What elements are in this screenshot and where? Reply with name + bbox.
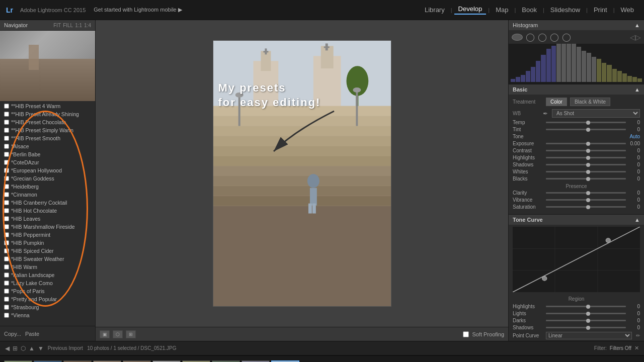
preset-checkbox-3[interactable] [4, 128, 9, 133]
preset-checkbox-0[interactable] [4, 104, 9, 109]
whites-slider[interactable] [546, 171, 626, 172]
preset-item-17[interactable]: *HIB Pumpkin [0, 239, 95, 247]
exposure-slider[interactable] [546, 143, 626, 144]
preset-checkbox-16[interactable] [4, 232, 9, 237]
auto-button[interactable]: Auto [629, 134, 640, 139]
preset-checkbox-15[interactable] [4, 224, 9, 229]
tone-curve-header[interactable]: Tone Curve ▲ [509, 215, 644, 225]
nav-slideshow[interactable]: Slideshow [546, 6, 584, 14]
preset-item-14[interactable]: *HIB Leaves [0, 215, 95, 223]
preset-checkbox-8[interactable] [4, 168, 9, 173]
preset-checkbox-26[interactable] [4, 313, 9, 318]
toolbar-icon-2[interactable]: ⬡ [113, 330, 123, 338]
preset-checkbox-18[interactable] [4, 248, 9, 253]
toolbar-icon-1[interactable]: ▣ [100, 330, 110, 338]
fit-button[interactable]: FIT [53, 23, 61, 28]
preset-checkbox-14[interactable] [4, 216, 9, 221]
fill-button[interactable]: FILL [63, 23, 73, 28]
clarity-thumb[interactable] [586, 191, 590, 195]
blacks-slider[interactable] [546, 178, 626, 179]
preset-item-16[interactable]: *HIB Peppermint [0, 231, 95, 239]
soft-proofing-checkbox[interactable] [463, 331, 469, 337]
preset-item-24[interactable]: *Pretty and Popular [0, 295, 95, 303]
region-lights-thumb[interactable] [586, 312, 590, 316]
nav-book[interactable]: Book [518, 6, 541, 14]
preset-checkbox-4[interactable] [4, 136, 9, 141]
clarity-slider[interactable] [546, 192, 626, 194]
filmstrip-down-icon[interactable]: ▼ [38, 345, 44, 352]
get-started-link[interactable]: Get started with Lightroom mobile ▶ [94, 7, 182, 13]
saturation-slider[interactable] [546, 206, 626, 208]
vibrance-thumb[interactable] [586, 198, 590, 202]
nav-library[interactable]: Library [421, 6, 449, 14]
exposure-thumb[interactable] [586, 142, 590, 146]
preset-checkbox-19[interactable] [4, 256, 9, 261]
bw-treatment-button[interactable]: Black & White [570, 98, 610, 106]
preset-checkbox-10[interactable] [4, 184, 9, 189]
preset-item-10[interactable]: *Heidelberg [0, 183, 95, 191]
preset-item-4[interactable]: **HIB Preset Smooth [0, 134, 95, 142]
preset-checkbox-13[interactable] [4, 208, 9, 213]
preset-checkbox-9[interactable] [4, 176, 9, 181]
region-darks-thumb[interactable] [586, 319, 590, 323]
preset-item-0[interactable]: **HIB Preset 4 Warm [0, 102, 95, 110]
preset-item-12[interactable]: *HIB Cranberry Cocktail [0, 199, 95, 207]
histogram-chevron-icon[interactable]: ▲ [634, 22, 640, 28]
whites-thumb[interactable] [586, 170, 590, 174]
preset-item-20[interactable]: *HIB Warm [0, 263, 95, 271]
one-to-one-button[interactable]: 1:1 [75, 23, 82, 28]
wb-select[interactable]: As Shot [552, 109, 640, 118]
blacks-thumb[interactable] [586, 177, 590, 181]
preset-item-13[interactable]: *HIB Hot Chocolate [0, 207, 95, 215]
navigator-preview[interactable] [0, 31, 95, 101]
point-curve-select[interactable]: Linear [546, 332, 632, 339]
preset-checkbox-11[interactable] [4, 192, 9, 197]
nav-print[interactable]: Print [590, 6, 611, 14]
preset-item-19[interactable]: *HIB Sweater Weather [0, 255, 95, 263]
preset-item-9[interactable]: *Grecian Goddess [0, 174, 95, 183]
contrast-thumb[interactable] [586, 149, 590, 153]
filter-value[interactable]: Filters Off [610, 345, 631, 351]
highlights-thumb[interactable] [586, 156, 590, 160]
main-image-area[interactable]: My presets for easy editing! [96, 20, 508, 327]
preset-item-1[interactable]: **HIB Preset Already Shining [0, 110, 95, 118]
preset-item-23[interactable]: *Pops of Paris [0, 287, 95, 295]
toolbar-icon-3[interactable]: ⊞ [126, 330, 136, 338]
tone-curve-graph[interactable] [513, 227, 640, 292]
saturation-thumb[interactable] [586, 205, 590, 209]
preset-item-11[interactable]: *Cinnamon [0, 191, 95, 199]
filmstrip-prev-icon[interactable]: ◀ [5, 345, 10, 352]
preset-checkbox-7[interactable] [4, 160, 9, 165]
vibrance-slider[interactable] [546, 199, 626, 201]
highlights-slider[interactable] [546, 157, 626, 158]
nav-web[interactable]: Web [617, 6, 638, 14]
preset-item-6[interactable]: *Berlin Babe [0, 150, 95, 158]
tint-thumb[interactable] [586, 128, 590, 132]
preset-checkbox-12[interactable] [4, 200, 9, 205]
region-highlights-slider[interactable] [546, 306, 626, 307]
preset-item-3[interactable]: **HIB Preset Simply Warm [0, 126, 95, 134]
preset-checkbox-20[interactable] [4, 264, 9, 269]
preset-item-25[interactable]: *Strasbourg [0, 303, 95, 311]
copy-button[interactable]: Copy... [4, 331, 21, 337]
filmstrip-sort-icon[interactable]: ⬡ [21, 345, 26, 352]
region-shadows-slider[interactable] [546, 327, 626, 328]
filter-close-icon[interactable]: ✕ [634, 345, 639, 351]
preset-checkbox-2[interactable] [4, 120, 9, 125]
preset-checkbox-5[interactable] [4, 144, 9, 149]
paste-button[interactable]: Paste [25, 331, 39, 337]
color-treatment-button[interactable]: Color [546, 98, 567, 106]
preset-item-18[interactable]: *HIB Spiced Cider [0, 247, 95, 255]
eyedropper-icon[interactable]: ✒ [543, 110, 550, 117]
preset-checkbox-1[interactable] [4, 112, 9, 117]
shadows-slider[interactable] [546, 164, 626, 165]
temp-slider[interactable] [546, 122, 626, 123]
preset-item-5[interactable]: *Alsace [0, 142, 95, 150]
preset-checkbox-17[interactable] [4, 240, 9, 245]
preset-item-26[interactable]: *Vienna [0, 311, 95, 319]
shadows-thumb[interactable] [586, 163, 590, 167]
preset-checkbox-21[interactable] [4, 273, 9, 278]
preset-checkbox-24[interactable] [4, 297, 9, 302]
preset-checkbox-23[interactable] [4, 289, 9, 294]
preset-item-21[interactable]: *Italian Landscape [0, 271, 95, 279]
